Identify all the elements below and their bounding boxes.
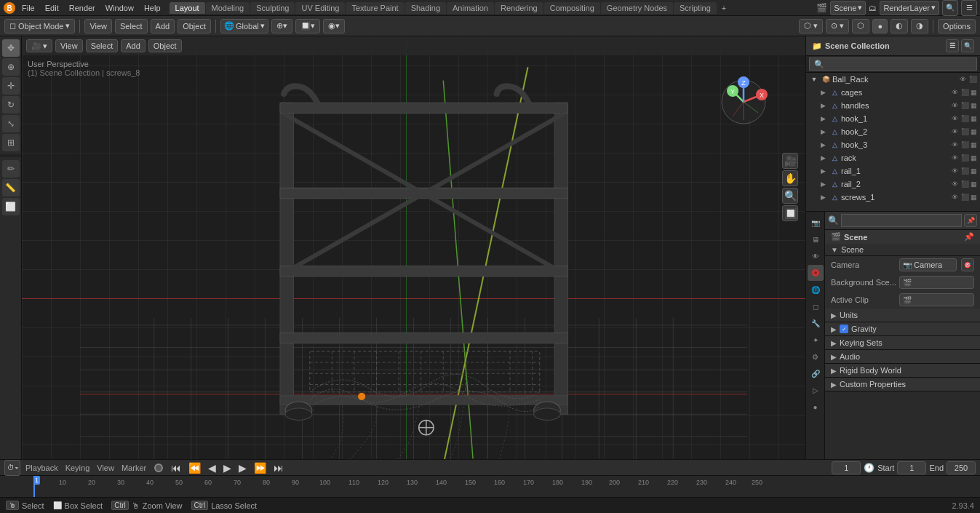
object-properties-tab[interactable]: ◻ xyxy=(808,298,824,314)
filter-btn[interactable]: ☰ xyxy=(961,0,977,16)
step-back-btn[interactable]: ⏪ xyxy=(186,462,203,474)
tab-sculpting[interactable]: Sculpting xyxy=(250,2,295,14)
output-properties-tab[interactable]: 🖥 xyxy=(808,231,824,247)
visibility-icon[interactable]: 👁 xyxy=(950,194,959,201)
select-header-btn[interactable]: Select xyxy=(86,39,119,52)
render-properties-tab[interactable]: 📷 xyxy=(808,215,824,231)
step-forward-frame-btn[interactable]: ▶ xyxy=(236,462,249,474)
viewport-3d[interactable]: 🎥▾ View Select Add Object User Perspecti… xyxy=(22,36,805,459)
restrict-render-icon8[interactable]: ▦ xyxy=(971,180,977,188)
outliner-item-hook1[interactable]: ▶ △ hook_1 👁 ⬛ ▦ xyxy=(815,112,980,125)
camera-view-btn[interactable]: 🎥 xyxy=(782,153,798,169)
keying-sets-header[interactable]: ▶ Keying Sets xyxy=(825,336,980,349)
move-tool-btn[interactable]: ✛ xyxy=(2,77,20,95)
step-forward-btn[interactable]: ⏩ xyxy=(252,462,268,474)
outliner-filter-btn[interactable]: ☰ xyxy=(946,39,959,52)
tab-layout[interactable]: Layout xyxy=(170,2,205,14)
local-view-btn[interactable]: 🔲 xyxy=(782,205,798,221)
tab-animation[interactable]: Animation xyxy=(447,2,494,14)
tab-scripting[interactable]: Scripting xyxy=(674,2,717,14)
add-cube-tool-btn[interactable]: ⬜ xyxy=(2,198,20,215)
start-frame-input[interactable] xyxy=(897,461,926,474)
zoom-view-btn[interactable]: 🔍 xyxy=(782,188,798,204)
physics-properties-tab[interactable]: ⚙ xyxy=(808,349,824,365)
restrict-icon[interactable]: ⬛ xyxy=(960,128,969,135)
options-btn[interactable]: Options xyxy=(938,19,976,33)
visibility-icon[interactable]: 👁 xyxy=(950,128,959,135)
visibility-icon[interactable]: 👁 xyxy=(958,76,967,83)
viewport-editor-type-btn[interactable]: 🎥▾ xyxy=(26,39,52,52)
cursor-tool-btn[interactable]: ⊕ xyxy=(2,58,20,76)
global-search-btn[interactable]: 🔍 xyxy=(942,0,958,16)
transform-tool-btn[interactable]: ⊞ xyxy=(2,134,20,151)
end-frame-input[interactable] xyxy=(947,461,976,474)
camera-picker-btn[interactable]: 🎯 xyxy=(961,258,974,271)
units-section-header[interactable]: ▶ Units xyxy=(825,309,980,322)
measure-tool-btn[interactable]: 📏 xyxy=(2,179,20,196)
outliner-item-ball-rack[interactable]: ▼ 📦 Ball_Rack 👁 ⬛ xyxy=(806,73,980,86)
timeline-editor-type-btn[interactable]: ⏱▾ xyxy=(4,460,20,476)
pan-view-btn[interactable]: ✋ xyxy=(782,170,798,186)
add-header-btn[interactable]: Add xyxy=(121,39,146,52)
object-header-btn[interactable]: Object xyxy=(148,39,182,52)
outliner-item-screws1[interactable]: ▶ △ screws_1 👁 ⬛ ▦ xyxy=(815,191,980,204)
props-search-input[interactable] xyxy=(841,214,962,227)
rotate-tool-btn[interactable]: ↻ xyxy=(2,96,20,114)
restrict-icon[interactable]: ⬛ xyxy=(960,102,969,109)
viewport-shading-rendered[interactable]: ◑ xyxy=(911,19,928,33)
visibility-icon[interactable]: 👁 xyxy=(950,115,959,122)
menu-help[interactable]: Help xyxy=(140,2,165,14)
rigid-body-header[interactable]: ▶ Rigid Body World xyxy=(825,364,980,377)
restrict-icon[interactable]: ⬛ xyxy=(960,141,969,148)
tab-geometry-nodes[interactable]: Geometry Nodes xyxy=(601,2,673,14)
tab-rendering[interactable]: Rendering xyxy=(495,2,543,14)
step-back-frame-btn[interactable]: ◀ xyxy=(206,462,218,474)
restrict-render-icon7[interactable]: ▦ xyxy=(971,167,977,175)
restrict-render-icon2[interactable]: ▦ xyxy=(971,102,977,109)
data-properties-tab[interactable]: ▷ xyxy=(808,382,824,398)
marker-menu[interactable]: Marker xyxy=(119,464,148,472)
restrict-render-icon[interactable]: ▦ xyxy=(971,89,977,96)
view-layer-properties-tab[interactable]: 👁 xyxy=(808,248,824,264)
visibility-icon[interactable]: 👁 xyxy=(950,180,959,188)
view-menu[interactable]: View xyxy=(84,19,112,33)
restrict-render-icon6[interactable]: ▦ xyxy=(971,154,977,162)
restrict-icon[interactable]: ⬛ xyxy=(960,167,969,175)
restrict-icon[interactable]: ⬛ xyxy=(960,180,969,188)
select-menu[interactable]: Select xyxy=(115,19,148,33)
viewport-shading-wire[interactable]: ⬡ xyxy=(852,19,869,33)
menu-window[interactable]: Window xyxy=(101,2,138,14)
material-properties-tab[interactable]: ● xyxy=(808,399,824,415)
scene-section-header[interactable]: 🎬 Scene 📌 xyxy=(825,230,980,244)
gravity-checkbox[interactable]: ✓ xyxy=(840,325,848,333)
current-frame-input[interactable] xyxy=(832,461,861,474)
viewport-gizmos-btn[interactable]: ⊙▾ xyxy=(826,19,849,33)
restrict-select-icon[interactable]: ⬛ xyxy=(960,89,969,96)
custom-props-header[interactable]: ▶ Custom Properties xyxy=(825,378,980,391)
outliner-item-rack[interactable]: ▶ △ rack 👁 ⬛ ▦ xyxy=(815,151,980,164)
object-mode-selector[interactable]: ◻ Object Mode ▾ xyxy=(4,19,75,33)
outliner-item-rail1[interactable]: ▶ △ rail_1 👁 ⬛ ▦ xyxy=(815,164,980,178)
viewport-shading-solid[interactable]: ● xyxy=(872,19,888,33)
play-btn[interactable]: ▶ xyxy=(221,462,234,474)
timeline-body[interactable]: 1 1 10 20 30 40 50 60 70 80 90 100 110 1… xyxy=(0,476,980,497)
restrict-render-icon3[interactable]: ▦ xyxy=(971,115,977,122)
visibility-icon[interactable]: 👁 xyxy=(950,141,959,148)
tab-modeling[interactable]: Modeling xyxy=(206,2,250,14)
add-workspace-tab[interactable]: + xyxy=(717,2,730,14)
jump-start-btn[interactable]: ⏮ xyxy=(169,462,183,474)
outliner-search-input[interactable] xyxy=(809,57,977,71)
render-layer-selector[interactable]: RenderLayer ▾ xyxy=(880,1,939,15)
viewport-overlays-btn[interactable]: ⬡▾ xyxy=(799,19,823,33)
menu-file[interactable]: File xyxy=(17,2,39,14)
constraints-properties-tab[interactable]: 🔗 xyxy=(808,365,824,381)
particles-properties-tab[interactable]: ✦ xyxy=(808,332,824,348)
add-menu[interactable]: Add xyxy=(151,19,175,33)
restrict-icon[interactable]: ⬛ xyxy=(960,115,969,122)
visibility-icon[interactable]: 👁 xyxy=(950,89,959,96)
outliner-item-hook3[interactable]: ▶ △ hook_3 👁 ⬛ ▦ xyxy=(815,138,980,151)
scene-properties-tab[interactable] xyxy=(808,265,824,281)
object-menu[interactable]: Object xyxy=(178,19,211,33)
playback-menu[interactable]: Playback xyxy=(23,464,60,472)
keying-menu[interactable]: Keying xyxy=(63,464,92,472)
